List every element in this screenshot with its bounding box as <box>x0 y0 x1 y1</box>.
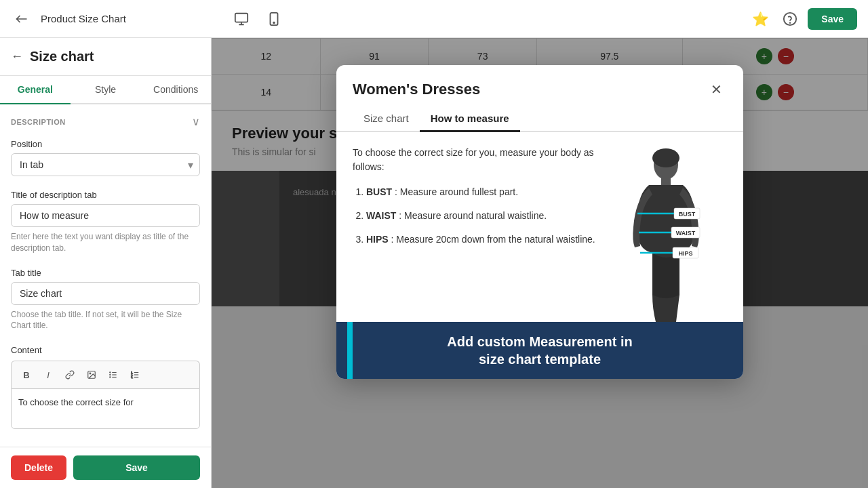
waist-label: WAIST <box>366 210 396 221</box>
sidebar: ← Size chart General Style Conditions DE… <box>0 38 212 488</box>
svg-text:BUST: BUST <box>679 211 696 218</box>
svg-point-6 <box>90 373 91 374</box>
top-bar-left: Product Size Chart <box>11 7 737 31</box>
main-content: 12 91 73 97.5 + − 14 96 78 102.5 <box>212 38 868 488</box>
tab-style[interactable]: Style <box>71 76 141 103</box>
section-label: DESCRIPTION <box>11 118 66 126</box>
tab-title-label: Tab title <box>11 268 200 278</box>
editor-toolbar: B I <box>11 361 200 388</box>
mobile-icon[interactable] <box>262 7 286 31</box>
position-label: Position <box>11 139 200 149</box>
desc-tab-title-hint: Enter here the text you want display as … <box>11 231 200 254</box>
promo-text: Add custom Measurement insize chart temp… <box>447 333 632 368</box>
list-tool[interactable] <box>104 365 123 384</box>
main-layout: ← Size chart General Style Conditions DE… <box>0 38 868 488</box>
content-editor[interactable]: To choose the correct size for <box>11 388 200 429</box>
help-icon[interactable] <box>778 7 802 31</box>
modal-title: Women's Dresses <box>353 81 480 98</box>
save-button-sidebar[interactable]: Save <box>73 455 200 480</box>
desc-tab-title-field: Title of description tab Enter here the … <box>11 190 200 254</box>
promo-banner: Add custom Measurement insize chart temp… <box>336 322 743 379</box>
sidebar-footer: Delete Save <box>0 447 211 488</box>
position-select-wrapper: In tab In popup Below add to cart <box>11 153 200 176</box>
content-label: Content <box>11 345 200 355</box>
content-field: Content B I <box>11 345 200 429</box>
svg-rect-21 <box>661 176 671 186</box>
modal-intro: To choose the correct size for you, meas… <box>353 146 605 174</box>
modal-close-button[interactable]: ✕ <box>705 79 727 100</box>
delete-button[interactable]: Delete <box>11 455 66 480</box>
tab-title-field: Tab title Choose the tab title. If not s… <box>11 268 200 332</box>
modal-header: Women's Dresses ✕ <box>336 65 743 100</box>
list-item: WAIST : Measure around natural waistline… <box>366 209 605 223</box>
promo-accent <box>347 322 353 379</box>
link-tool[interactable] <box>60 365 79 384</box>
sidebar-header: ← Size chart <box>0 38 211 76</box>
modal: Women's Dresses ✕ Size chart How to meas… <box>336 65 743 379</box>
svg-text:WAIST: WAIST <box>676 230 696 237</box>
save-button-top[interactable]: Save <box>808 8 857 30</box>
exit-icon[interactable] <box>11 8 33 30</box>
position-select[interactable]: In tab In popup Below add to cart <box>11 153 200 176</box>
modal-tab-how-to-measure[interactable]: How to measure <box>420 106 520 131</box>
svg-point-20 <box>652 148 679 167</box>
svg-rect-0 <box>235 13 248 22</box>
app-title: Product Size Chart <box>41 13 126 24</box>
svg-point-2 <box>273 22 275 23</box>
image-tool[interactable] <box>82 365 101 384</box>
chevron-down-icon[interactable]: ∨ <box>192 115 200 128</box>
position-field: Position In tab In popup Below add to ca… <box>11 139 200 176</box>
svg-point-11 <box>110 375 111 375</box>
measurement-list: BUST : Measure around fullest part. WAIS… <box>353 185 605 247</box>
hips-label: HIPS <box>366 234 389 245</box>
ordered-list-tool[interactable]: 1.2.3. <box>125 365 144 384</box>
bold-tool[interactable]: B <box>17 365 36 384</box>
modal-overlay[interactable]: Women's Dresses ✕ Size chart How to meas… <box>212 38 868 488</box>
sidebar-title: Size chart <box>30 49 94 64</box>
tab-general[interactable]: General <box>0 76 71 103</box>
top-bar: Product Size Chart ⭐ Save <box>0 0 868 38</box>
description-section-header: DESCRIPTION ∨ <box>11 115 200 128</box>
list-item: BUST : Measure around fullest part. <box>366 185 605 199</box>
svg-point-12 <box>110 377 111 378</box>
tab-conditions[interactable]: Conditions <box>140 76 211 103</box>
top-bar-icons: ⭐ Save <box>748 7 857 31</box>
modal-tabs: Size chart How to measure <box>336 106 743 132</box>
svg-point-10 <box>110 372 111 373</box>
sidebar-tabs: General Style Conditions <box>0 76 211 104</box>
bust-label: BUST <box>366 186 392 197</box>
desc-tab-title-label: Title of description tab <box>11 190 200 200</box>
svg-point-4 <box>790 22 791 23</box>
monitor-icon[interactable] <box>229 7 254 31</box>
sidebar-back-icon[interactable]: ← <box>11 49 23 64</box>
italic-tool[interactable]: I <box>39 365 58 384</box>
tab-title-input[interactable] <box>11 282 200 305</box>
sidebar-content: DESCRIPTION ∨ Position In tab In popup B… <box>0 104 211 447</box>
tab-title-hint: Choose the tab title. If not set, it wil… <box>11 309 200 332</box>
star-icon[interactable]: ⭐ <box>748 7 772 31</box>
svg-text:HIPS: HIPS <box>678 250 692 257</box>
modal-tab-size-chart[interactable]: Size chart <box>353 106 420 131</box>
list-item: HIPS : Measure 20cm down from the natura… <box>366 232 605 247</box>
svg-text:3.: 3. <box>131 376 133 379</box>
desc-tab-title-input[interactable] <box>11 204 200 227</box>
